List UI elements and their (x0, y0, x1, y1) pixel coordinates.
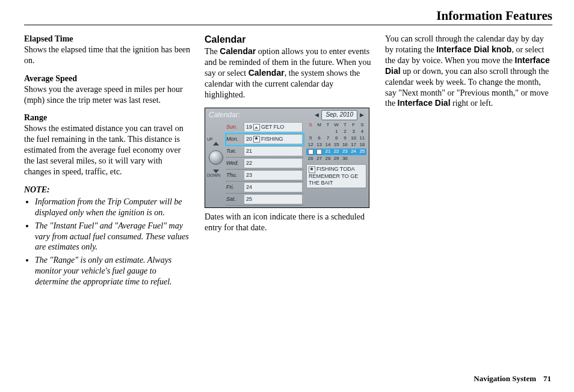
page-title: Information Features (24, 8, 552, 25)
picture-icon (253, 124, 260, 130)
cal-month-label: Sep, 2010 (321, 110, 357, 120)
day-abbr: Fri. (226, 182, 244, 193)
prev-month-icon[interactable]: ◀ (315, 112, 319, 119)
star-icon (309, 167, 315, 173)
dial-down-label: DOWN (207, 173, 220, 179)
footer-label: Navigation System (474, 374, 536, 383)
day-row[interactable]: Tue.21 (226, 145, 304, 158)
day-row[interactable]: Sat.25 (226, 194, 304, 206)
day-cell[interactable]: 22 (244, 158, 303, 168)
picture-icon (308, 149, 313, 155)
dial-knob-icon[interactable] (209, 150, 223, 165)
day-abbr: Thu. (226, 170, 244, 181)
column-right: You can scroll through the calendar day … (385, 34, 552, 290)
day-cell[interactable]: 23 (244, 170, 303, 180)
average-speed-body: Shows you the average speed in miles per… (24, 85, 183, 105)
chevron-up-icon[interactable] (213, 142, 219, 145)
average-speed-heading: Average Speed (24, 74, 77, 83)
reminder-box: FISHING TODA REMEMBER TO GE THE BAIT (306, 164, 366, 188)
scroll-instructions: You can scroll through the calendar day … (385, 34, 552, 109)
calendar-caption: Dates with an icon indicate there is a s… (205, 212, 372, 233)
interface-dial[interactable]: UP DOWN (205, 121, 226, 207)
day-cell[interactable]: 19GET FLO (244, 122, 303, 132)
day-cell[interactable]: 25 (244, 194, 303, 204)
day-abbr: Tue. (226, 145, 244, 157)
day-row[interactable]: Sun.19GET FLO (226, 121, 304, 133)
day-list: Sun.19GET FLOMon.20FISHINGTue.21Wed.22Th… (226, 121, 304, 207)
star-icon (253, 136, 260, 142)
day-abbr: Wed. (226, 158, 244, 169)
cal-title: Calendar: (209, 111, 240, 120)
dial-up-label: UP (207, 137, 213, 142)
page-number: 71 (543, 374, 551, 383)
column-left: Elapsed Time Shows the elapsed time that… (24, 34, 191, 290)
day-cell[interactable]: 21 (244, 146, 303, 156)
page: Information Features Elapsed Time Shows … (0, 0, 574, 392)
day-cell[interactable]: 20FISHING (244, 134, 303, 144)
day-cell[interactable]: 24 (244, 182, 303, 192)
day-row[interactable]: Wed.22 (226, 158, 304, 170)
day-abbr: Sun. (226, 121, 244, 133)
day-row[interactable]: Thu.23 (226, 170, 304, 182)
column-center: Calendar The Calendar option allows you … (205, 34, 372, 290)
range-body: Shows the estimated distance you can tra… (24, 124, 184, 176)
elapsed-time-body: Shows the elapsed time that the ignition… (24, 45, 190, 65)
star-icon: ★ (316, 149, 322, 155)
day-abbr: Mon. (226, 133, 244, 145)
calendar-heading: Calendar (205, 34, 372, 46)
content-columns: Elapsed Time Shows the elapsed time that… (24, 34, 552, 290)
note-item: The "Instant Fuel" and "Average Fuel" ma… (35, 221, 191, 253)
calendar-intro: The Calendar option allows you to enter … (205, 46, 372, 100)
next-month-icon[interactable]: ▶ (360, 112, 364, 119)
page-footer: Navigation System71 (474, 374, 551, 384)
day-row[interactable]: Mon.20FISHING (226, 133, 304, 145)
calendar-screenshot: Calendar: ◀ Sep, 2010 ▶ UP DOWN Sun.19GE… (205, 108, 369, 208)
mini-calendar: SMTWTFS123456789101112131415161718★21222… (304, 121, 369, 207)
note-list: Information from the Trip Computer will … (26, 197, 191, 287)
elapsed-time-heading: Elapsed Time (24, 34, 73, 43)
cal-month-selector[interactable]: ◀ Sep, 2010 ▶ (315, 110, 364, 120)
note-item: The "Range" is only an estimate. Always … (35, 255, 191, 287)
day-row[interactable]: Fri.24 (226, 182, 304, 194)
note-heading: NOTE: (24, 185, 191, 195)
range-heading: Range (24, 113, 47, 122)
note-item: Information from the Trip Computer will … (35, 197, 191, 218)
day-abbr: Sat. (226, 194, 244, 205)
